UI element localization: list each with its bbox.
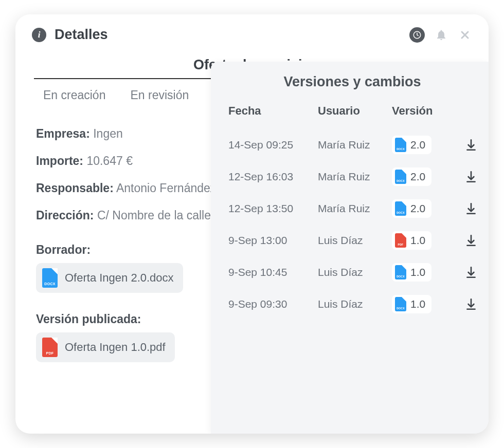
version-number: 1.0: [410, 266, 425, 278]
details-card: i Detalles Oferta de servicio En creació…: [15, 14, 489, 434]
version-usuario: María Ruiz: [318, 139, 390, 151]
download-icon[interactable]: [461, 170, 481, 183]
version-usuario: María Ruiz: [318, 171, 390, 183]
col-version: Versión: [392, 104, 459, 118]
pdf-file-icon: [42, 338, 58, 357]
file-name: Oferta Ingen 1.0.pdf: [65, 341, 166, 354]
version-row: 9-Sep 13:00Luis Díaz1.0: [228, 225, 476, 256]
detail-value: Antonio Fernández: [116, 181, 216, 195]
tab-en-revision[interactable]: En revisión: [130, 88, 189, 102]
card-header: i Detalles: [15, 14, 489, 48]
close-icon[interactable]: [458, 28, 472, 42]
docx-file-icon: [395, 201, 406, 216]
version-number: 2.0: [410, 202, 425, 215]
version-chip[interactable]: 1.0: [392, 231, 431, 250]
docx-file-icon: [395, 170, 406, 184]
header-actions: [409, 27, 472, 43]
card-title: Detalles: [55, 27, 409, 43]
download-icon[interactable]: [461, 297, 481, 311]
tab-en-creacion[interactable]: En creación: [43, 88, 105, 102]
detail-label: Responsable:: [36, 181, 114, 195]
detail-label: Importe:: [36, 154, 83, 167]
version-fecha: 12-Sep 13:50: [228, 202, 316, 215]
version-row: 9-Sep 09:30Luis Díaz1.0: [228, 288, 476, 320]
version-number: 2.0: [410, 139, 425, 151]
download-icon[interactable]: [461, 202, 481, 215]
version-usuario: María Ruiz: [318, 202, 390, 215]
version-chip[interactable]: 1.0: [392, 263, 431, 282]
version-fecha: 12-Sep 16:03: [228, 171, 316, 183]
info-icon: i: [32, 28, 46, 42]
version-row: 14-Sep 09:25María Ruiz2.0: [228, 129, 476, 161]
versions-table: Fecha Usuario Versión 14-Sep 09:25María …: [228, 104, 476, 320]
version-fecha: 9-Sep 10:45: [228, 266, 316, 278]
history-icon[interactable]: [409, 27, 425, 43]
col-usuario: Usuario: [318, 104, 390, 118]
docx-file-icon: [395, 138, 406, 152]
version-chip[interactable]: 1.0: [392, 295, 431, 313]
borrador-file-chip[interactable]: Oferta Ingen 2.0.docx: [36, 263, 183, 293]
download-icon[interactable]: [461, 266, 481, 279]
version-row: 12-Sep 16:03María Ruiz2.0: [228, 161, 476, 193]
version-row: 12-Sep 13:50María Ruiz2.0: [228, 193, 476, 225]
versions-table-header: Fecha Usuario Versión: [228, 104, 476, 129]
versions-panel: Versiones y cambios Fecha Usuario Versió…: [211, 62, 489, 434]
detail-label: Empresa:: [36, 127, 90, 140]
version-usuario: Luis Díaz: [318, 298, 390, 310]
version-chip[interactable]: 2.0: [392, 167, 431, 186]
version-usuario: Luis Díaz: [318, 234, 390, 247]
docx-file-icon: [395, 265, 406, 279]
detail-value: 10.647 €: [86, 154, 133, 167]
version-usuario: Luis Díaz: [318, 266, 390, 278]
detail-value: C/ Nombre de la calle: [97, 209, 211, 222]
download-icon[interactable]: [461, 234, 481, 247]
version-row: 9-Sep 10:45Luis Díaz1.0: [228, 256, 476, 288]
docx-file-icon: [395, 297, 406, 311]
version-number: 2.0: [410, 171, 425, 183]
publicada-file-chip[interactable]: Oferta Ingen 1.0.pdf: [36, 332, 175, 362]
detail-label: Dirección:: [36, 209, 94, 222]
versions-panel-title: Versiones y cambios: [228, 74, 476, 90]
file-name: Oferta Ingen 2.0.docx: [65, 271, 174, 285]
docx-file-icon: [42, 268, 58, 288]
version-chip[interactable]: 2.0: [392, 136, 431, 154]
col-fecha: Fecha: [228, 104, 316, 118]
version-fecha: 14-Sep 09:25: [228, 139, 316, 151]
version-number: 1.0: [410, 234, 425, 247]
pdf-file-icon: [395, 233, 406, 248]
notifications-icon[interactable]: [434, 28, 448, 42]
version-fecha: 9-Sep 09:30: [228, 298, 316, 310]
download-icon[interactable]: [461, 138, 481, 152]
version-chip[interactable]: 2.0: [392, 199, 431, 218]
version-number: 1.0: [410, 298, 425, 310]
version-fecha: 9-Sep 13:00: [228, 234, 316, 247]
detail-value: Ingen: [93, 127, 123, 140]
